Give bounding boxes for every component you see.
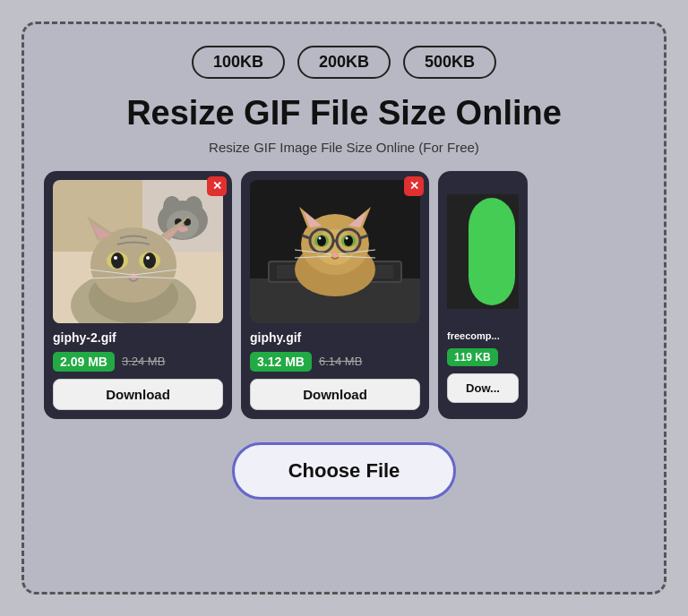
page-subtitle: Resize GIF Image File Size Online (For F… (209, 140, 479, 155)
choose-file-button[interactable]: Choose File (232, 442, 457, 500)
svg-point-20 (143, 252, 156, 269)
svg-point-50 (346, 236, 348, 239)
pill-200kb[interactable]: 200KB (297, 46, 391, 79)
card-3-sizes: 119 KB (447, 348, 519, 366)
card-1-image (53, 180, 223, 323)
card-2: ✕ (241, 171, 429, 419)
card-1: ✕ (44, 171, 232, 419)
cards-area: ✕ (42, 167, 646, 423)
download-button-2[interactable]: Download (250, 379, 420, 410)
pill-100kb[interactable]: 100KB (192, 46, 285, 79)
svg-point-39 (315, 229, 355, 265)
svg-point-49 (319, 236, 322, 239)
card3-svg (447, 180, 519, 323)
card-3-image (447, 180, 519, 323)
page-title: Resize GIF File Size Online (126, 95, 562, 133)
svg-point-21 (114, 256, 117, 260)
card-1-size-old: 3.24 MB (122, 355, 165, 368)
card-3-filename: freecomp... (447, 330, 519, 341)
size-pills: 100KB 200KB 500KB (192, 46, 496, 79)
close-button-1[interactable]: ✕ (207, 176, 227, 196)
download-button-1[interactable]: Download (53, 379, 223, 410)
cat1-svg (53, 180, 223, 323)
card-2-filename: giphy.gif (250, 330, 420, 345)
card-2-size-new: 3.12 MB (250, 352, 312, 372)
download-button-3[interactable]: Dow... (447, 373, 519, 403)
svg-point-19 (111, 252, 124, 269)
close-button-2[interactable]: ✕ (404, 176, 424, 196)
card-1-filename: giphy-2.gif (53, 330, 223, 345)
card-3: freecomp... 119 KB Dow... (438, 171, 528, 419)
card-2-size-old: 6.14 MB (319, 355, 362, 368)
svg-point-47 (317, 235, 326, 246)
card-2-image (250, 180, 420, 323)
cat2-svg (250, 180, 420, 323)
card-1-size-new: 2.09 MB (53, 352, 115, 372)
main-container: 100KB 200KB 500KB Resize GIF File Size O… (22, 21, 666, 595)
card-3-size-new: 119 KB (447, 348, 498, 366)
card-1-sizes: 2.09 MB 3.24 MB (53, 352, 223, 372)
svg-point-22 (146, 256, 150, 260)
svg-rect-57 (469, 198, 515, 305)
card-2-sizes: 3.12 MB 6.14 MB (250, 352, 420, 372)
pill-500kb[interactable]: 500KB (403, 46, 496, 79)
svg-point-48 (344, 235, 353, 246)
